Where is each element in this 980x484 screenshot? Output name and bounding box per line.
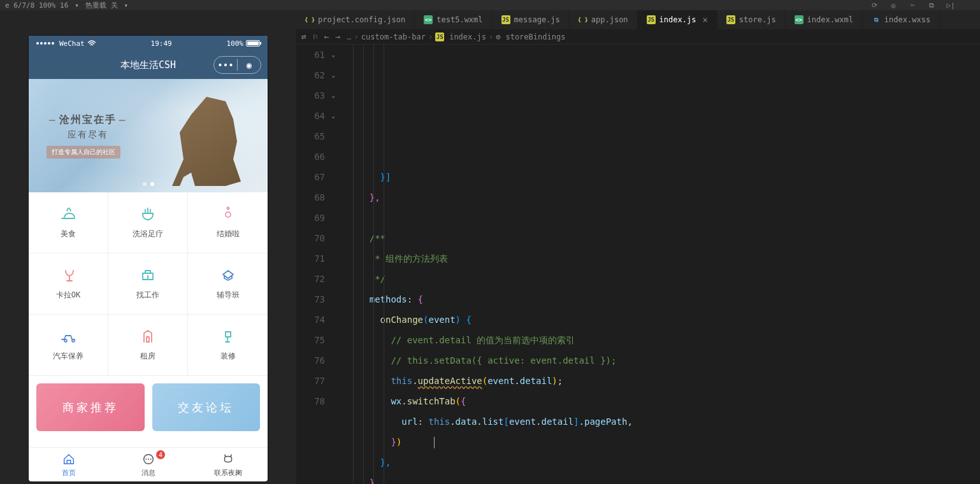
editor-tab-store.js[interactable]: JSstore.js xyxy=(717,10,786,29)
category-汽车保养[interactable]: 汽车保养 xyxy=(29,315,108,376)
status-bar: WeChat 19:49 100% xyxy=(29,36,268,51)
battery-pct: 100% xyxy=(227,39,244,48)
category-label: 结婚啦 xyxy=(217,229,240,239)
svg-point-3 xyxy=(150,459,151,460)
category-租房[interactable]: 租房 xyxy=(108,315,188,376)
carousel-dots[interactable] xyxy=(143,182,154,186)
breadcrumb-path[interactable]: … › custom-tab-bar › JSindex.js › ⚙store… xyxy=(347,32,565,41)
editor-tab-index.js[interactable]: JSindex.js× xyxy=(638,10,717,29)
promo-card-merchant[interactable]: 商家推荐 xyxy=(36,383,145,431)
close-icon[interactable]: × xyxy=(702,15,707,25)
tab-icon xyxy=(62,452,76,466)
category-icon xyxy=(139,206,157,224)
phone-frame: WeChat 19:49 100% 本地生活CSH ••• ◉ xyxy=(29,36,268,481)
category-icon xyxy=(219,267,237,285)
hero-badge: 打造专属人自己的社区 xyxy=(47,146,120,159)
category-辅导班[interactable]: 辅导班 xyxy=(188,253,268,315)
tab-filename: project.config.json xyxy=(318,15,405,24)
refresh-icon[interactable]: ⟳ xyxy=(869,0,879,10)
category-label: 租房 xyxy=(140,351,155,362)
crumb-seg[interactable]: storeBindings xyxy=(505,32,565,41)
editor-tab-index.wxss[interactable]: ⧉index.wxss xyxy=(863,10,940,29)
category-label: 辅导班 xyxy=(217,290,240,301)
promo-card-forum[interactable]: 交友论坛 xyxy=(152,383,261,431)
record-icon[interactable]: ◎ xyxy=(888,0,898,10)
capsule-more-icon[interactable]: ••• xyxy=(214,57,237,73)
category-icon xyxy=(139,328,157,346)
breadcrumb-bar: ⇄ ⚐ ← → … › custom-tab-bar › JSindex.js … xyxy=(296,29,980,45)
file-icon: JS xyxy=(726,15,735,24)
device-info[interactable]: e 6/7/8 100% 16 xyxy=(5,1,68,10)
signal-icon xyxy=(36,42,54,45)
crumb-seg[interactable]: index.js xyxy=(449,32,486,41)
category-label: 汽车保养 xyxy=(53,351,83,362)
file-icon: <> xyxy=(424,15,433,24)
tab-label: 联系夜阑 xyxy=(214,468,242,478)
category-找工作[interactable]: 找工作 xyxy=(108,253,188,315)
category-卡拉OK[interactable]: 卡拉OK xyxy=(29,253,108,315)
tab-filename: message.js xyxy=(514,15,560,24)
category-grid: 美食洗浴足疗结婚啦卡拉OK找工作辅导班汽车保养租房装修 xyxy=(29,192,268,376)
tab-filename: index.wxss xyxy=(884,15,930,24)
clock: 19:49 xyxy=(96,39,227,48)
tab-首页[interactable]: 首页 xyxy=(29,448,108,481)
devtools-topbar: e 6/7/8 100% 16 ▾ 热重载 关 ▾ ⟳ ◎ ✂ ⧉ ▷| xyxy=(0,0,980,10)
page-title: 本地生活CSH xyxy=(120,59,176,71)
file-icon: JS xyxy=(501,15,510,24)
editor-tab-index.wxml[interactable]: <>index.wxml xyxy=(786,10,863,29)
tab-filename: app.json xyxy=(591,15,628,24)
category-label: 卡拉OK xyxy=(56,290,80,301)
category-icon xyxy=(59,267,77,285)
editor-tab-project.config.json[interactable]: { }project.config.json xyxy=(296,10,415,29)
category-装修[interactable]: 装修 xyxy=(188,315,268,376)
tab-filename: test5.wxml xyxy=(436,15,482,24)
file-icon: ⧉ xyxy=(872,15,881,24)
tab-filename: index.js xyxy=(659,15,696,24)
code-editor-pane: { }project.config.json<>test5.wxmlJSmess… xyxy=(296,10,980,484)
carrier-label: WeChat xyxy=(59,39,85,48)
hero-title: 沧州宝在手 xyxy=(47,113,129,127)
editor-tab-message.js[interactable]: JSmessage.js xyxy=(493,10,570,29)
bracket-icon[interactable]: ▷| xyxy=(946,0,956,10)
category-label: 找工作 xyxy=(136,290,159,301)
nav-back-icon[interactable]: ← xyxy=(324,32,329,41)
category-洗浴足疗[interactable]: 洗浴足疗 xyxy=(108,192,188,253)
hot-reload-toggle[interactable]: 热重载 关 xyxy=(85,1,118,10)
crumb-seg[interactable]: custom-tab-bar xyxy=(361,32,426,41)
file-icon: JS xyxy=(647,15,656,24)
svg-point-2 xyxy=(148,459,149,460)
file-icon: { } xyxy=(579,15,587,24)
tab-badge: 4 xyxy=(156,450,165,459)
category-label: 洗浴足疗 xyxy=(133,229,163,239)
hero-banner[interactable]: 沧州宝在手 应有尽有 打造专属人自己的社区 xyxy=(29,79,268,192)
device-dropdown-icon[interactable]: ▾ xyxy=(75,1,79,10)
tab-icon xyxy=(141,452,155,466)
nav-fwd-icon[interactable]: → xyxy=(335,32,340,41)
tab-icon xyxy=(221,452,235,466)
bookmark-icon[interactable]: ⚐ xyxy=(313,32,318,41)
tabbar: 首页消息4联系夜阑 xyxy=(29,447,268,481)
file-icon: <> xyxy=(795,15,803,24)
svg-point-1 xyxy=(145,459,147,460)
hero-image xyxy=(172,97,249,186)
capsule-menu: ••• ◉ xyxy=(213,56,261,74)
hero-subtitle: 应有尽有 xyxy=(47,129,129,141)
code-area[interactable]: 616263646566676869707172737475767778 ⌄⌄⌄… xyxy=(296,45,980,484)
compare-icon[interactable]: ⇄ xyxy=(301,32,306,41)
mini-navbar: 本地生活CSH ••• ◉ xyxy=(29,51,268,79)
category-icon xyxy=(219,206,237,224)
capsule-close-icon[interactable]: ◉ xyxy=(238,57,261,73)
category-icon xyxy=(219,328,237,346)
category-美食[interactable]: 美食 xyxy=(29,192,108,253)
editor-tabs: { }project.config.json<>test5.wxmlJSmess… xyxy=(296,10,980,29)
simulator-pane: WeChat 19:49 100% 本地生活CSH ••• ◉ xyxy=(0,10,296,484)
tab-消息[interactable]: 消息4 xyxy=(108,448,188,481)
tab-联系夜阑[interactable]: 联系夜阑 xyxy=(188,448,268,481)
cut-icon[interactable]: ✂ xyxy=(907,0,918,10)
editor-tab-test5.wxml[interactable]: <>test5.wxml xyxy=(415,10,492,29)
editor-tab-app.json[interactable]: { }app.json xyxy=(570,10,638,29)
category-icon xyxy=(139,267,157,285)
external-icon[interactable]: ⧉ xyxy=(926,0,937,10)
category-结婚啦[interactable]: 结婚啦 xyxy=(188,192,268,253)
hot-reload-dropdown-icon[interactable]: ▾ xyxy=(124,1,129,10)
